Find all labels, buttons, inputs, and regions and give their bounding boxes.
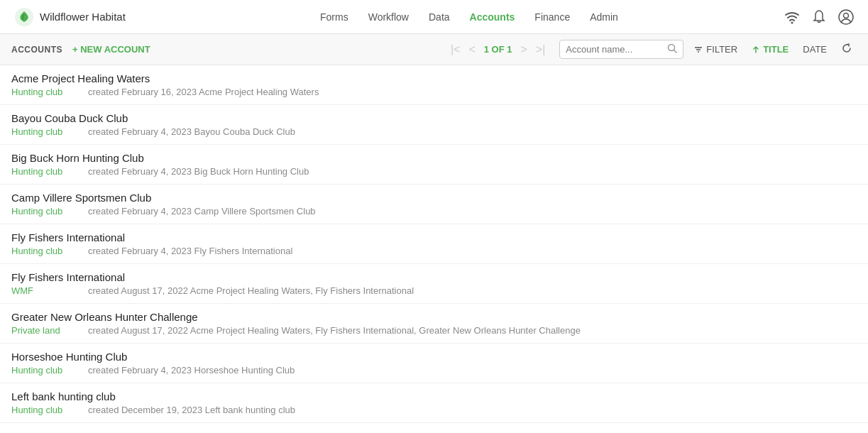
account-list: Acme Project Healing WatersHunting clubc… <box>0 65 868 433</box>
account-created: created December 19, 2023 Left bank hunt… <box>88 405 295 415</box>
svg-line-5 <box>674 50 677 53</box>
last-page-button[interactable]: >| <box>533 43 549 57</box>
accounts-section-label: ACCOUNTS <box>11 45 62 55</box>
toolbar: ACCOUNTS + NEW ACCOUNT |< < 1 OF 1 > >| … <box>0 34 868 65</box>
refresh-button[interactable] <box>837 40 857 60</box>
nav-right-icons <box>784 9 854 25</box>
list-item[interactable]: Fly Fishers InternationalHunting clubcre… <box>0 224 868 264</box>
nav-forms[interactable]: Forms <box>320 11 348 23</box>
account-type: Hunting club <box>11 126 82 137</box>
svg-point-1 <box>791 21 793 23</box>
account-name: Big Buck Horn Hunting Club <box>11 152 857 164</box>
list-item[interactable]: Acme Project Healing WatersHunting clubc… <box>0 65 868 105</box>
date-button[interactable]: DATE <box>798 41 831 57</box>
account-created: created February 4, 2023 Bayou Couba Duc… <box>88 126 295 137</box>
list-item[interactable]: Left bank hunting clubHunting clubcreate… <box>0 383 868 423</box>
filter-button[interactable]: FILTER <box>689 41 742 57</box>
account-created: created February 4, 2023 Camp Villere Sp… <box>88 206 316 217</box>
prev-page-button[interactable]: < <box>466 43 478 57</box>
account-created: created February 4, 2023 Big Buck Horn H… <box>88 166 309 177</box>
account-created: created August 17, 2022 Acme Project Hea… <box>88 285 414 296</box>
list-item[interactable]: Horseshoe Hunting ClubHunting clubcreate… <box>0 344 868 383</box>
first-page-button[interactable]: |< <box>448 43 463 57</box>
account-created: created August 17, 2022 Acme Project Hea… <box>88 325 581 336</box>
wifi-icon <box>784 9 800 25</box>
new-account-button[interactable]: + NEW ACCOUNT <box>68 41 155 57</box>
account-type: Hunting club <box>11 246 82 256</box>
account-type: Private land <box>11 325 82 336</box>
nav-workflow[interactable]: Workflow <box>368 11 409 23</box>
page-info: 1 OF 1 <box>481 44 515 55</box>
nav-links: Forms Workflow Data Accounts Finance Adm… <box>154 11 784 23</box>
app-title: Wildflower Habitat <box>40 11 126 23</box>
account-name: Fly Fishers International <box>11 231 857 243</box>
sort-button[interactable]: TITLE <box>747 41 793 57</box>
sort-label: TITLE <box>763 44 789 55</box>
account-type: WMF <box>11 285 82 296</box>
account-type: Hunting club <box>11 206 82 217</box>
account-type: Hunting club <box>11 87 82 97</box>
account-name: Acme Project Healing Waters <box>11 72 857 84</box>
refresh-icon <box>841 43 852 54</box>
account-name: Left bank hunting club <box>11 390 857 402</box>
account-type: Hunting club <box>11 166 82 177</box>
search-icon <box>667 43 677 55</box>
search-box[interactable] <box>559 40 683 59</box>
account-type: Hunting club <box>11 365 82 376</box>
account-name: Bayou Couba Duck Club <box>11 112 857 124</box>
account-type: Hunting club <box>11 405 82 415</box>
list-item[interactable]: Bayou Couba Duck ClubHunting clubcreated… <box>0 105 868 145</box>
next-page-button[interactable]: > <box>518 43 530 57</box>
list-item[interactable]: Camp Villere Sportsmen ClubHunting clubc… <box>0 185 868 224</box>
sort-icon <box>752 45 760 54</box>
account-name: Fly Fishers International <box>11 271 857 283</box>
bell-icon[interactable] <box>811 9 827 25</box>
pagination: |< < 1 OF 1 > >| <box>448 43 548 57</box>
app-logo[interactable]: Wildflower Habitat <box>14 7 126 27</box>
account-name: Horseshoe Hunting Club <box>11 351 857 363</box>
account-created: created February 4, 2023 Fly Fishers Int… <box>88 246 292 256</box>
account-created: created February 4, 2023 Horseshoe Hunti… <box>88 365 295 376</box>
nav-finance[interactable]: Finance <box>534 11 570 23</box>
nav-accounts[interactable]: Accounts <box>470 11 515 23</box>
account-name: Camp Villere Sportsmen Club <box>11 192 857 204</box>
list-item[interactable]: Big Buck Horn Hunting ClubHunting clubcr… <box>0 145 868 185</box>
filter-icon <box>693 45 703 55</box>
top-nav: Wildflower Habitat Forms Workflow Data A… <box>0 0 868 34</box>
nav-data[interactable]: Data <box>429 11 450 23</box>
nav-admin[interactable]: Admin <box>590 11 618 23</box>
search-input[interactable] <box>566 44 663 55</box>
list-item[interactable]: Fly Fishers InternationalWMFcreated Augu… <box>0 264 868 304</box>
svg-point-3 <box>844 13 849 18</box>
filter-label: FILTER <box>706 44 737 55</box>
account-name: Greater New Orleans Hunter Challenge <box>11 311 857 323</box>
user-icon[interactable] <box>838 9 854 25</box>
account-created: created February 16, 2023 Acme Project H… <box>88 87 319 97</box>
logo-icon <box>14 7 34 27</box>
list-item[interactable]: Greater New Orleans Hunter ChallengePriv… <box>0 304 868 344</box>
